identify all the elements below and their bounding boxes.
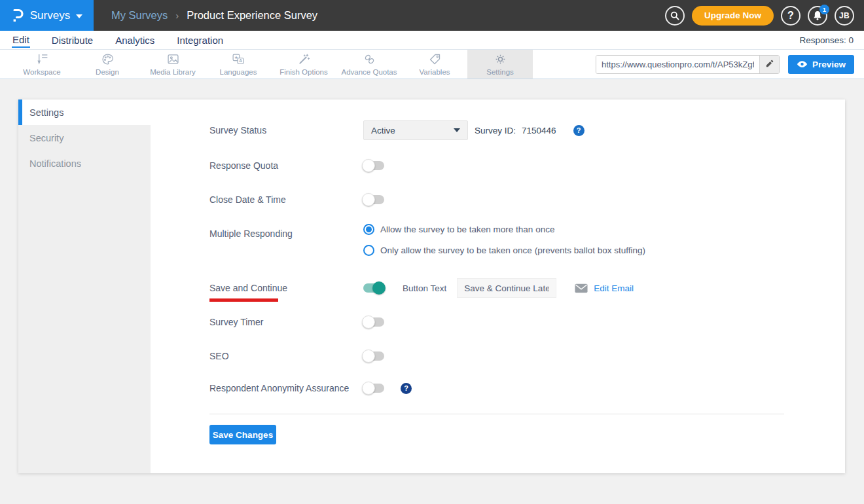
toolbar-item-languages[interactable]: ★ A Languages [206,50,271,79]
save-and-continue-row: Save and Continue Button Text Edit Email [209,278,832,298]
eye-icon [797,60,808,68]
survey-id-value: 7150446 [522,126,556,135]
toolbar-item-workspace[interactable]: Workspace [9,50,75,79]
edit-email-link[interactable]: Edit Email [594,283,634,293]
finish-options-icon [297,52,311,66]
respondent-anonymity-label: Respondent Anonymity Assurance [209,383,363,393]
notifications-button[interactable]: 1 [808,6,827,26]
tab-edit[interactable]: Edit [12,33,30,48]
preview-button[interactable]: Preview [788,55,854,74]
search-button[interactable] [665,6,685,26]
survey-url-box [596,55,780,74]
toolbar-item-variables[interactable]: Variables [402,50,467,79]
seo-row: SEO [209,346,832,366]
notification-count-badge: 1 [819,5,829,14]
sidebar-item-security[interactable]: Security [18,125,151,151]
settings-sidebar: Settings Security Notifications [18,99,151,473]
chevron-down-icon [76,14,82,18]
toolbar-item-design[interactable]: Design [75,50,140,79]
anonymity-help-icon[interactable]: ? [401,383,412,394]
pencil-icon [765,60,774,69]
save-and-continue-label: Save and Continue [209,278,363,298]
toolbar-item-settings[interactable]: Settings [467,50,533,79]
svg-text:A: A [239,58,242,63]
response-quota-label: Response Quota [209,160,363,171]
response-quota-row: Response Quota [209,156,832,175]
questionpro-logo-icon [11,8,24,24]
button-text-label: Button Text [403,283,446,293]
tab-integration[interactable]: Integration [176,33,224,47]
survey-status-select[interactable]: Active [363,120,468,140]
multiple-responding-row: Multiple Responding Allow the survey to … [209,224,832,256]
topbar-actions: Upgrade Now ? 1 JB [665,6,864,26]
toolbar-item-advance-quotas[interactable]: Advance Quotas [336,50,402,79]
close-date-toggle[interactable] [363,195,384,204]
close-date-row: Close Date & Time [209,190,832,209]
languages-icon: ★ A [231,52,245,66]
survey-timer-row: Survey Timer [209,312,832,332]
section-nav: Edit Distribute Analytics Integration Re… [0,31,864,50]
product-switcher[interactable]: Surveys [0,0,94,31]
multiple-responding-options: Allow the survey to be taken more than o… [363,224,645,256]
tab-analytics[interactable]: Analytics [115,33,155,47]
survey-status-label: Survey Status [209,125,363,135]
response-quota-toggle[interactable] [363,161,384,170]
upgrade-now-button[interactable]: Upgrade Now [692,6,774,26]
radio-selected-icon [363,224,374,235]
button-text-input[interactable] [457,278,556,298]
help-button[interactable]: ? [781,6,801,26]
toolbar-right: Preview [596,50,864,79]
variables-icon [428,52,442,66]
toolbar-item-media-library[interactable]: Media Library [140,50,206,79]
close-date-label: Close Date & Time [209,194,363,205]
edit-toolbar: Workspace Design Media Library ★ A Langu… [0,50,864,79]
save-changes-button[interactable]: Save Changes [209,425,276,444]
product-name: Surveys [30,9,70,22]
envelope-icon [575,283,588,293]
toolbar-item-finish-options[interactable]: Finish Options [271,50,336,79]
seo-toggle[interactable] [363,351,384,361]
radio-unselected-icon [363,245,374,256]
chevron-down-icon [454,128,460,132]
radio-only-once[interactable]: Only allow the survey to be taken once (… [363,245,645,256]
respondent-anonymity-toggle[interactable] [363,384,384,393]
settings-icon [494,52,507,66]
survey-status-row: Survey Status Active Survey ID: 7150446 … [209,120,832,140]
survey-id-help-icon[interactable]: ? [573,125,585,136]
form-divider [209,414,784,414]
advance-quotas-icon [363,52,376,66]
survey-url-input[interactable] [596,56,759,73]
breadcrumb-my-surveys[interactable]: My Surveys [111,9,168,22]
survey-id-label: Survey ID: [475,126,516,135]
highlight-underline [209,298,278,302]
multiple-responding-label: Multiple Responding [209,228,363,239]
save-and-continue-toggle[interactable] [363,283,384,293]
top-bar: Surveys My Surveys › Product Experience … [0,0,864,31]
media-library-icon [166,52,180,66]
respondent-anonymity-row: Respondent Anonymity Assurance ? [209,378,832,398]
seo-label: SEO [209,351,363,361]
question-mark-icon: ? [787,10,794,22]
tab-distribute[interactable]: Distribute [51,33,94,47]
workspace-icon [35,52,49,66]
settings-form: Survey Status Active Survey ID: 7150446 … [151,99,845,473]
user-avatar[interactable]: JB [835,6,854,26]
radio-allow-multiple[interactable]: Allow the survey to be taken more than o… [363,224,645,235]
settings-panel: Settings Security Notifications Survey S… [18,99,845,473]
responses-count: Responses: 0 [799,35,864,45]
breadcrumb-separator: › [175,10,179,21]
breadcrumb: My Surveys › Product Experience Survey [111,9,317,22]
design-icon [101,52,115,66]
survey-timer-toggle[interactable] [363,317,384,327]
sidebar-item-notifications[interactable]: Notifications [18,151,151,176]
email-icon-wrap [575,283,588,293]
search-icon [670,10,680,21]
breadcrumb-current-survey: Product Experience Survey [187,9,317,22]
edit-url-button[interactable] [759,56,779,73]
survey-timer-label: Survey Timer [209,317,363,327]
sidebar-item-settings[interactable]: Settings [18,99,151,125]
